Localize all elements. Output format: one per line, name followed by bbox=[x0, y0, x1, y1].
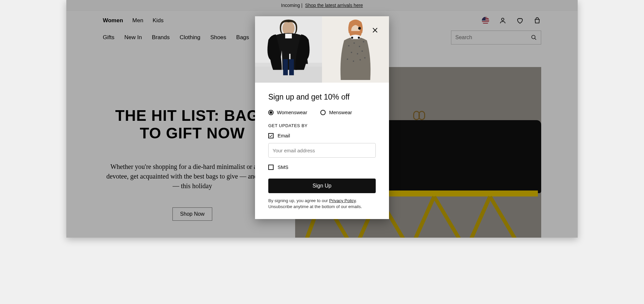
svg-point-28 bbox=[351, 37, 353, 39]
legal-prefix: By signing up, you agree to our bbox=[268, 198, 329, 203]
modal-image-row bbox=[255, 16, 389, 83]
radio-dot-icon bbox=[320, 110, 326, 115]
check-sms[interactable]: SMS bbox=[268, 164, 376, 170]
modal-image-left bbox=[255, 16, 322, 83]
radio-menswear[interactable]: Menswear bbox=[320, 110, 352, 115]
svg-point-23 bbox=[361, 50, 363, 52]
svg-point-18 bbox=[354, 42, 355, 44]
checkbox-icon bbox=[268, 165, 274, 170]
modal-title: Sign up and get 10% off bbox=[268, 93, 376, 102]
legal-text: By signing up, you agree to our Privacy … bbox=[268, 198, 376, 210]
privacy-policy-link[interactable]: Privacy Policy bbox=[329, 198, 356, 203]
check-email[interactable]: Email bbox=[268, 133, 376, 138]
svg-point-24 bbox=[347, 58, 348, 60]
modal-body: Sign up and get 10% off Womenswear Mensw… bbox=[255, 83, 389, 219]
checkbox-icon bbox=[268, 133, 274, 138]
check-sms-label: SMS bbox=[278, 164, 289, 170]
updates-checks: Email SMS bbox=[268, 133, 376, 170]
svg-point-17 bbox=[348, 45, 350, 46]
svg-point-27 bbox=[364, 57, 365, 58]
radio-dot-icon bbox=[268, 110, 274, 115]
email-input[interactable] bbox=[268, 143, 376, 158]
modal-close-button[interactable] bbox=[370, 26, 380, 35]
radio-menswear-label: Menswear bbox=[329, 110, 352, 115]
svg-point-21 bbox=[351, 52, 352, 53]
signup-button[interactable]: Sign Up bbox=[268, 179, 376, 193]
svg-point-25 bbox=[353, 60, 354, 62]
radio-womenswear-label: Womenswear bbox=[277, 110, 307, 115]
check-email-label: Email bbox=[278, 133, 290, 138]
page: Incoming | Shop the latest arrivals here… bbox=[66, 0, 578, 238]
svg-point-22 bbox=[357, 53, 358, 54]
svg-rect-15 bbox=[289, 59, 294, 75]
svg-rect-14 bbox=[283, 59, 288, 75]
svg-point-26 bbox=[359, 59, 361, 60]
svg-point-30 bbox=[358, 27, 361, 30]
signup-modal: Sign up and get 10% off Womenswear Mensw… bbox=[255, 16, 389, 219]
updates-label: GET UPDATES BY bbox=[268, 123, 376, 128]
radio-womenswear[interactable]: Womenswear bbox=[268, 110, 307, 115]
svg-point-29 bbox=[358, 37, 360, 39]
gender-radio-group: Womenswear Menswear bbox=[268, 110, 376, 115]
svg-point-19 bbox=[359, 46, 360, 47]
svg-point-20 bbox=[363, 41, 364, 42]
